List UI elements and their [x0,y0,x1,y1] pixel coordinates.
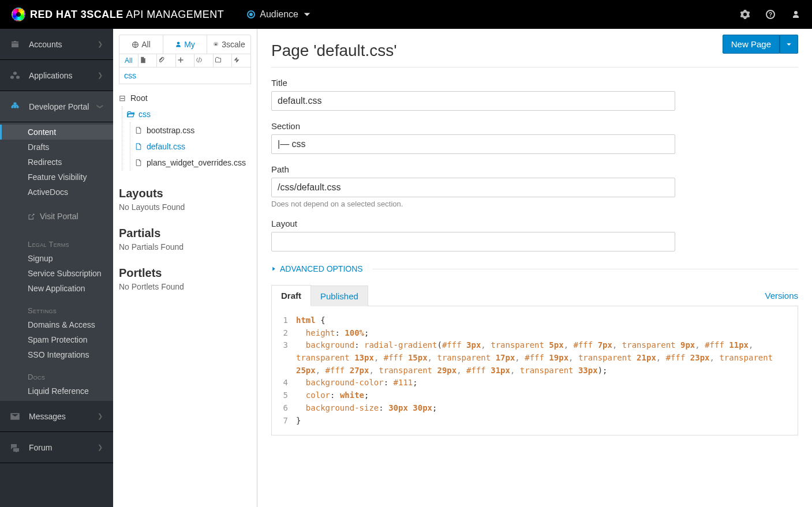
user-icon[interactable] [791,10,800,19]
file-icon [135,127,143,134]
briefcase-icon [10,40,21,49]
title-input[interactable] [271,91,675,111]
collapse-icon: ⊟ [119,93,127,103]
path-label: Path [271,164,798,174]
chevron-down-icon: ❯ [96,104,104,109]
nav-item-applications[interactable]: Applications ❯ [0,60,113,91]
portlets-heading: Portlets [119,266,251,280]
content-tree: ⊟ Root css bootstrap.css default.css [119,90,251,171]
new-page-dropdown[interactable] [780,35,798,54]
subnav-service-subscription[interactable]: Service Subscription [0,266,113,281]
tab-3scale[interactable]: 3scale [207,35,250,54]
file-icon [135,143,143,150]
partials-empty: No Partials Found [119,242,251,254]
settings-icon[interactable] [740,10,750,19]
tree-folder-css[interactable]: css [127,106,251,122]
vertical-nav: Accounts ❯ Applications ❯ Developer Port… [0,29,113,507]
filter-pages-icon[interactable] [139,54,158,67]
user-icon [175,41,182,48]
layout-label: Layout [271,219,798,228]
section-label: Section [271,121,798,131]
partials-heading: Partials [119,227,251,240]
tree-file-bootstrap[interactable]: bootstrap.css [135,122,251,138]
subnav-content[interactable]: Content [0,125,113,140]
cubes-icon [10,71,21,80]
file-icon [135,159,143,166]
context-selector[interactable]: Audience [247,9,311,20]
subnav-developer-portal: Content Drafts Redirects Feature Visibil… [0,122,113,401]
chevron-right-icon: ❯ [98,40,103,48]
comments-icon [10,443,21,452]
chevron-right-icon: ❯ [98,444,103,451]
nav-label: Developer Portal [29,102,89,111]
tab-all[interactable]: All [119,35,163,54]
main-content: Page 'default.css' New Page Title Sectio… [257,29,812,507]
nav-item-forum[interactable]: Forum ❯ [0,432,113,463]
external-link-icon [28,213,35,220]
layouts-heading: Layouts [119,187,251,200]
page-title: Page 'default.css' [271,42,397,60]
subnav-activedocs[interactable]: ActiveDocs [0,185,113,200]
globe-icon [132,41,139,48]
portlets-empty: No Portlets Found [119,282,251,294]
subnav-heading-docs: Docs [0,362,113,384]
title-label: Title [271,78,798,88]
filter-layouts-icon[interactable] [194,54,214,67]
svg-text:?: ? [769,12,772,18]
caret-down-icon [786,42,792,47]
subnav-signup[interactable]: Signup [0,251,113,266]
filter-portlets-icon[interactable] [232,54,250,67]
advanced-options-toggle[interactable]: ADVANCED OPTIONS [271,264,798,273]
chevron-down-icon [303,10,311,18]
filter-attachments-icon[interactable] [157,54,176,67]
filter-sections-icon[interactable] [214,54,233,67]
layouts-empty: No Layouts Found [119,202,251,214]
brand-text: RED HAT 3SCALE API MANAGEMENT [30,9,224,21]
code-editor[interactable]: 1html {2 height: 100%;3 background: radi… [271,306,798,435]
tree-file-plans[interactable]: plans_widget_overrides.css [135,155,251,171]
nav-label: Accounts [29,40,62,49]
chevron-right-icon: ❯ [98,72,103,79]
chevron-right-icon: ❯ [98,412,103,420]
subnav-feature-visibility[interactable]: Feature Visibility [0,170,113,185]
tab-published[interactable]: Published [311,286,368,306]
subnav-redirects[interactable]: Redirects [0,155,113,170]
nav-label: Applications [29,71,73,80]
topbar: RED HAT 3SCALE API MANAGEMENT Audience ? [0,0,812,29]
brand: RED HAT 3SCALE API MANAGEMENT [12,7,224,21]
context-label: Audience [260,9,298,20]
subnav-visit-portal[interactable]: Visit Portal [0,209,113,224]
subnav-drafts[interactable]: Drafts [0,140,113,155]
caret-right-icon [271,265,276,272]
subnav-domains-access[interactable]: Domains & Access [0,317,113,332]
nav-item-messages[interactable]: Messages ❯ [0,401,113,432]
envelope-icon [10,412,21,421]
filter-partials-icon[interactable] [176,54,195,67]
tree-search-input[interactable] [119,67,250,84]
help-icon[interactable]: ? [766,10,775,19]
content-tree-panel: All My 3scale All ⊟ Roo [113,29,257,507]
path-input[interactable] [271,178,675,197]
tree-root[interactable]: ⊟ Root [119,90,251,106]
path-hint: Does not depend on a selected section. [271,200,798,208]
nav-item-developer-portal[interactable]: Developer Portal ❯ [0,91,113,122]
tab-draft[interactable]: Draft [271,285,311,306]
subnav-heading-settings: Settings [0,296,113,317]
section-select[interactable] [271,134,675,154]
layout-select[interactable] [271,232,675,251]
nav-label: Forum [29,443,52,452]
nav-item-accounts[interactable]: Accounts ❯ [0,29,113,60]
new-page-button[interactable]: New Page [723,35,780,54]
gear-icon [212,41,219,48]
tab-my[interactable]: My [163,35,207,54]
subnav-sso-integrations[interactable]: SSO Integrations [0,347,113,362]
subnav-heading-legal: Legal Terms [0,230,113,251]
subnav-spam-protection[interactable]: Spam Protection [0,332,113,347]
radio-selected-icon [247,10,255,18]
brand-logo-icon [12,7,25,21]
versions-link[interactable]: Versions [765,286,798,306]
filter-all[interactable]: All [119,54,139,67]
subnav-new-application[interactable]: New Application [0,281,113,296]
subnav-liquid-reference[interactable]: Liquid Reference [0,384,113,399]
tree-file-default[interactable]: default.css [135,138,251,155]
